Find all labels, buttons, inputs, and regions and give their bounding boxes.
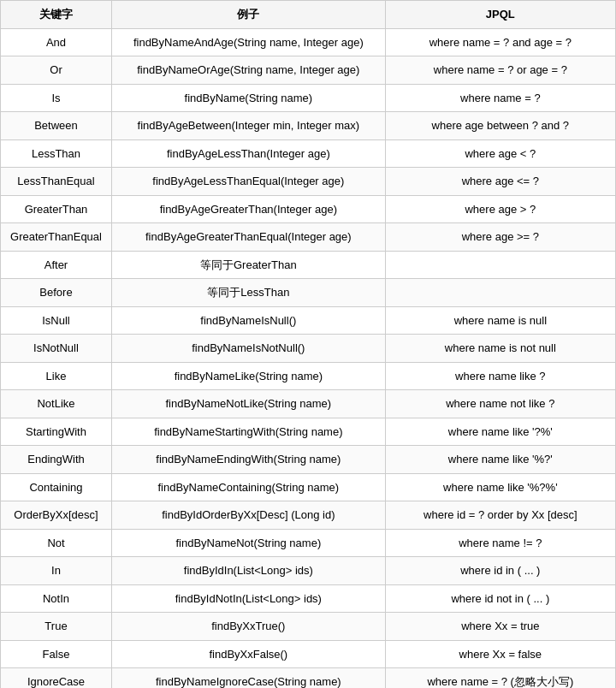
cell-keyword: True [1,613,112,641]
cell-example: findByXxTrue() [111,613,385,641]
cell-keyword: Like [1,362,112,390]
table-row: LessThanfindByAgeLessThan(Integer age)wh… [1,139,616,168]
table-row: Before等同于LessThan [1,279,616,307]
cell-example: findByIdNotIn(List<Long> ids) [111,584,385,613]
table-row: IgnoreCasefindByNameIgnoreCase(String na… [1,668,616,689]
cell-jpql: where name not like ? [385,390,615,418]
table-row: IsNullfindByNameIsNull()where name is nu… [1,306,616,335]
cell-jpql [385,279,615,307]
cell-jpql: where age < ? [385,139,615,168]
cell-example: findByNameContaining(String name) [111,473,385,501]
cell-jpql: where name like '?%' [385,418,615,446]
cell-jpql: where Xx = false [385,640,615,668]
cell-jpql: where name != ? [385,529,615,557]
cell-jpql: where name like ? [385,362,615,390]
jpql-keywords-table: 关键字 例子 JPQL AndfindByNameAndAge(String n… [0,0,616,688]
cell-keyword: IsNotNull [1,335,112,363]
cell-jpql: where age >= ? [385,223,615,252]
col-header-keyword: 关键字 [1,1,112,29]
cell-jpql: where name = ? and age = ? [385,28,615,56]
cell-example: findByNameIgnoreCase(String name) [111,668,385,689]
cell-keyword: Or [1,56,112,85]
table-row: GreaterThanEqualfindByAgeGreaterThanEqua… [1,223,616,252]
table-row: OrderByXx[desc]findByIdOrderByXx[Desc] (… [1,501,616,530]
cell-keyword: NotIn [1,584,112,613]
cell-keyword: Containing [1,473,112,501]
cell-keyword: EndingWith [1,446,112,474]
cell-keyword: Between [1,112,112,140]
cell-keyword: And [1,28,112,56]
table-row: IsfindByName(String name)where name = ? [1,84,616,112]
cell-keyword: Is [1,84,112,112]
table-row: After等同于GreaterThan [1,251,616,279]
cell-example: findByNameIsNull() [111,306,385,335]
cell-example: findByNameAndAge(String name, Integer ag… [111,28,385,56]
table-row: GreaterThanfindByAgeGreaterThan(Integer … [1,195,616,223]
cell-jpql: where Xx = true [385,613,615,641]
cell-keyword: After [1,251,112,279]
table-row: AndfindByNameAndAge(String name, Integer… [1,28,616,56]
table-row: NotLikefindByNameNotLike(String name)whe… [1,390,616,418]
cell-keyword: False [1,640,112,668]
cell-keyword: StartingWith [1,418,112,446]
cell-keyword: LessThan [1,139,112,168]
table-row: EndingWithfindByNameEndingWith(String na… [1,446,616,474]
cell-keyword: GreaterThanEqual [1,223,112,252]
cell-keyword: Not [1,529,112,557]
cell-example: findByNameStartingWith(String name) [111,418,385,446]
cell-jpql: where name like '%?%' [385,473,615,501]
table-row: TruefindByXxTrue()where Xx = true [1,613,616,641]
table-row: NotInfindByIdNotIn(List<Long> ids)where … [1,584,616,613]
table-row: LikefindByNameLike(String name)where nam… [1,362,616,390]
cell-example: findByNameOrAge(String name, Integer age… [111,56,385,85]
cell-jpql: where age > ? [385,195,615,223]
cell-example: findByName(String name) [111,84,385,112]
table-row: NotfindByNameNot(String name)where name … [1,529,616,557]
cell-example: findByAgeGreaterThan(Integer age) [111,195,385,223]
cell-keyword: IgnoreCase [1,668,112,689]
table-row: FalsefindByXxFalse()where Xx = false [1,640,616,668]
cell-example: findByNameEndingWith(String name) [111,446,385,474]
cell-keyword: IsNull [1,306,112,335]
cell-example: 等同于GreaterThan [111,251,385,279]
table-row: StartingWithfindByNameStartingWith(Strin… [1,418,616,446]
cell-example: findByNameIsNotNull() [111,335,385,363]
cell-keyword: Before [1,279,112,307]
cell-jpql [385,251,615,279]
cell-jpql: where name = ? [385,84,615,112]
table-row: LessThanEqualfindByAgeLessThanEqual(Inte… [1,168,616,196]
cell-jpql: where name like '%?' [385,446,615,474]
cell-jpql: where age <= ? [385,168,615,196]
cell-keyword: In [1,557,112,585]
table-row: ContainingfindByNameContaining(String na… [1,473,616,501]
cell-keyword: NotLike [1,390,112,418]
cell-example: findByNameNot(String name) [111,529,385,557]
cell-jpql: where age between ? and ? [385,112,615,140]
table-row: BetweenfindByAgeBetween(Integer min, Int… [1,112,616,140]
cell-example: findByAgeLessThan(Integer age) [111,139,385,168]
col-header-jpql: JPQL [385,1,615,29]
cell-jpql: where id in ( ... ) [385,557,615,585]
table-row: InfindByIdIn(List<Long> ids)where id in … [1,557,616,585]
cell-example: 等同于LessThan [111,279,385,307]
table-row: OrfindByNameOrAge(String name, Integer a… [1,56,616,85]
table-header-row: 关键字 例子 JPQL [1,1,616,29]
cell-example: findByAgeGreaterThanEqual(Integer age) [111,223,385,252]
cell-example: findByNameLike(String name) [111,362,385,390]
cell-example: findByAgeLessThanEqual(Integer age) [111,168,385,196]
cell-keyword: OrderByXx[desc] [1,501,112,530]
cell-keyword: GreaterThan [1,195,112,223]
cell-example: findByIdIn(List<Long> ids) [111,557,385,585]
cell-jpql: where id not in ( ... ) [385,584,615,613]
cell-example: findByNameNotLike(String name) [111,390,385,418]
col-header-example: 例子 [111,1,385,29]
cell-example: findByAgeBetween(Integer min, Integer ma… [111,112,385,140]
table-row: IsNotNullfindByNameIsNotNull()where name… [1,335,616,363]
cell-jpql: where name = ? or age = ? [385,56,615,85]
cell-example: findByIdOrderByXx[Desc] (Long id) [111,501,385,530]
cell-jpql: where id = ? order by Xx [desc] [385,501,615,530]
cell-jpql: where name is not null [385,335,615,363]
cell-example: findByXxFalse() [111,640,385,668]
cell-keyword: LessThanEqual [1,168,112,196]
cell-jpql: where name is null [385,306,615,335]
